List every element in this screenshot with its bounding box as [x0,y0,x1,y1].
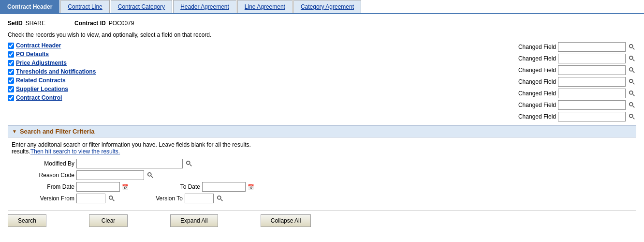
tab-header-agreement[interactable]: Header Agreement [173,0,236,13]
checkbox-label-contract-header[interactable]: Contract Header [16,42,61,49]
changed-field-row-4: Changed Field [322,77,636,87]
checkbox-row-1: Contract Header [8,42,322,49]
changed-field-input-1[interactable] [558,42,626,52]
filter-instruction-link[interactable]: Then hit search to view the results. [30,148,120,155]
modified-by-search-btn[interactable] [185,159,193,168]
tab-category-agreement[interactable]: Category Agreement [293,0,361,13]
changed-field-input-5[interactable] [558,89,626,98]
changed-field-row-6: Changed Field [322,100,636,110]
version-from-search-icon [108,195,115,202]
changed-field-search-5[interactable] [628,89,636,98]
tab-line-agreement[interactable]: Line Agreement [237,0,293,13]
checkbox-label-contract-control[interactable]: Contract Control [16,94,62,101]
changed-field-label-6: Changed Field [518,102,556,108]
version-from-input[interactable] [76,194,105,203]
svg-point-12 [629,114,633,118]
checkbox-row-5: Related Contracts [8,77,322,84]
magnify-icon-7 [629,113,635,120]
checkbox-supplier-locations[interactable] [8,86,14,92]
svg-line-17 [151,176,153,178]
to-date-input[interactable] [202,182,246,192]
version-from-search-btn[interactable] [107,194,116,203]
changed-field-column: Changed Field Changed Field Chan [322,42,636,123]
checkbox-price-adjustments[interactable] [8,60,14,66]
changed-field-input-3[interactable] [558,65,626,75]
instruction-text: Check the records you wish to view, and … [8,31,636,38]
reason-code-input[interactable] [76,170,144,180]
magnify-icon-4 [629,78,635,85]
modified-by-input[interactable] [76,159,183,168]
tab-bar: Contract Header Contract Line Contract C… [0,0,644,14]
changed-field-row-2: Changed Field [322,54,636,63]
search-button[interactable]: Search [8,214,46,227]
changed-field-input-7[interactable] [558,112,626,121]
changed-field-label-2: Changed Field [518,55,556,62]
changed-field-search-6[interactable] [628,101,636,109]
from-date-input[interactable] [76,182,120,192]
records-grid: Contract Header PO Defaults Price Adjust… [8,42,636,123]
changed-field-search-3[interactable] [628,66,636,75]
collapse-triangle-icon: ▼ [12,129,17,134]
magnify-icon-5 [629,90,635,97]
to-date-label: To Date [171,183,200,190]
checkbox-label-thresholds[interactable]: Thresholds and Notifications [16,68,96,75]
checkbox-label-related-contracts[interactable]: Related Contracts [16,77,66,84]
tab-contract-line[interactable]: Contract Line [60,0,109,13]
changed-field-search-2[interactable] [628,54,636,63]
svg-point-16 [148,173,151,176]
tab-contract-category[interactable]: Contract Category [111,0,172,13]
changed-field-row-7: Changed Field [322,112,636,121]
expand-all-button[interactable]: Expand All [170,214,218,227]
reason-code-row: Reason Code [31,170,632,180]
search-filter-section-header[interactable]: ▼ Search and Filter Criteria [8,125,636,137]
checkbox-contract-header[interactable] [8,43,14,49]
changed-field-search-4[interactable] [628,77,636,86]
checkbox-contract-control[interactable] [8,95,14,101]
svg-point-2 [629,56,633,60]
checkbox-row-3: Price Adjustments [8,60,322,66]
button-row: Search Clear Expand All Collapse All [8,210,636,231]
version-to-search-btn[interactable] [216,194,224,203]
filter-instruction: Enter any additonal search or filter inf… [12,141,632,155]
checkbox-po-defaults[interactable] [8,51,14,58]
version-to-input[interactable] [185,194,214,203]
date-row: From Date 📅 To Date 📅 [31,182,632,192]
changed-field-label-1: Changed Field [518,44,556,50]
reason-code-search-btn[interactable] [146,171,155,180]
svg-point-10 [629,103,633,106]
setid-label: SetID [8,20,23,27]
modified-by-label: Modified By [31,160,74,167]
reason-code-label: Reason Code [31,172,74,179]
changed-field-input-6[interactable] [558,100,626,110]
changed-field-label-5: Changed Field [518,90,556,97]
contract-id-label: Contract ID [74,20,106,27]
checkbox-thresholds[interactable] [8,69,14,75]
checkbox-label-supplier-locations[interactable]: Supplier Locations [16,86,68,92]
from-date-calendar-icon[interactable]: 📅 [122,184,129,190]
collapse-all-button[interactable]: Collapse All [261,214,311,227]
from-date-label: From Date [31,183,74,190]
changed-field-label-3: Changed Field [518,67,556,74]
to-date-calendar-icon[interactable]: 📅 [248,184,254,190]
changed-field-search-1[interactable] [628,43,636,51]
contract-id-value: POC0079 [109,20,134,27]
changed-field-input-2[interactable] [558,54,626,63]
svg-point-0 [629,45,633,48]
magnify-icon-2 [629,55,635,62]
changed-field-input-4[interactable] [558,77,626,87]
changed-field-search-7[interactable] [628,112,636,121]
tab-contract-header[interactable]: Contract Header [0,0,59,13]
svg-point-20 [218,196,221,199]
checkbox-related-contracts[interactable] [8,77,14,84]
svg-point-8 [629,91,633,94]
clear-button[interactable]: Clear [89,214,128,227]
changed-field-row-1: Changed Field [322,42,636,52]
svg-line-21 [221,199,223,201]
checkbox-row-2: PO Defaults [8,51,322,58]
svg-point-18 [109,196,113,199]
checkbox-label-po-defaults[interactable]: PO Defaults [16,51,49,58]
version-row: Version From Version To [31,194,632,203]
svg-point-6 [629,79,633,83]
checkbox-label-price-adjustments[interactable]: Price Adjustments [16,60,67,66]
svg-line-19 [113,199,115,201]
